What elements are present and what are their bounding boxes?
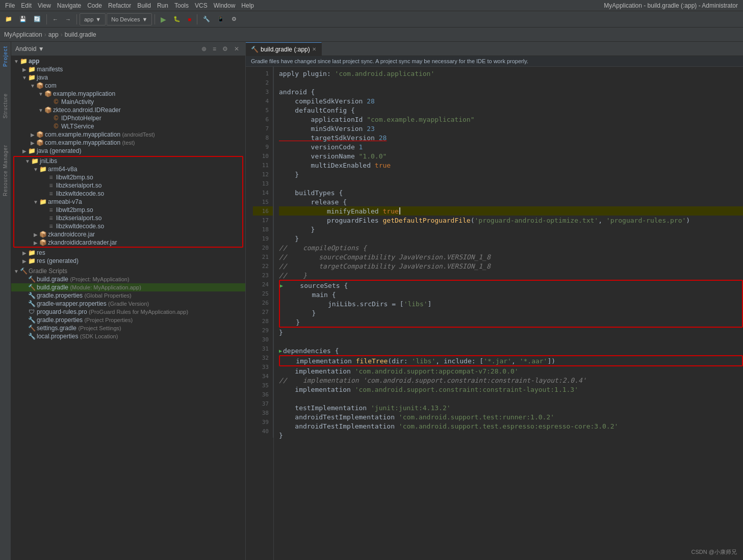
panel-close-btn[interactable]: ✕: [232, 44, 241, 54]
debug-btn[interactable]: 🐛: [170, 13, 184, 25]
menu-view[interactable]: View: [35, 2, 54, 9]
tab-close-btn[interactable]: ✕: [312, 46, 316, 52]
new-project-btn[interactable]: 📁: [2, 13, 15, 25]
tree-item-wltservice[interactable]: ▶ © WLTService: [11, 122, 245, 130]
menu-navigate[interactable]: Navigate: [54, 2, 84, 9]
structure-side-icon[interactable]: Structure: [2, 91, 9, 121]
menu-bar: File Edit View Navigate Code Refactor Bu…: [0, 0, 743, 11]
tab-label: build.gradle (:app): [261, 46, 310, 53]
breadcrumb-app[interactable]: app: [48, 31, 59, 38]
menu-run[interactable]: Run: [154, 2, 171, 9]
editor-area: 🔨 build.gradle (:app) ✕ Gradle files hav…: [246, 42, 743, 560]
run-btn[interactable]: ▶: [158, 13, 169, 25]
tree-item-manifests[interactable]: ▶ 📁 manifests: [11, 65, 245, 73]
code-line-29: }: [279, 328, 743, 337]
panel-android-dropdown[interactable]: Android ▼: [15, 45, 44, 52]
tree-item-libwlt2bmp-arm64[interactable]: ▶ ≡ libwlt2bmp.so: [14, 173, 242, 181]
tree-item-res-generated[interactable]: ▶ 📁 res (generated): [11, 257, 245, 265]
menu-tools[interactable]: Tools: [171, 2, 192, 9]
tree-item-arm64[interactable]: ▼ 📁 arm64-v8a: [14, 165, 242, 173]
tree-item-libzkwlt-arm64[interactable]: ▶ ≡ libzkwltdecode.so: [14, 190, 242, 198]
tree-item-zkandroidcore[interactable]: ▶ 📦 zkandroidcore.jar: [14, 230, 242, 238]
code-content[interactable]: apply plugin: 'com.android.application' …: [274, 67, 743, 560]
tab-build-gradle[interactable]: 🔨 build.gradle (:app) ✕: [246, 42, 322, 56]
tree-item-proguard[interactable]: ▶ 🛡 proguard-rules.pro (ProGuard Rules f…: [11, 308, 245, 316]
tree-item-build-gradle-module[interactable]: ▶ 🔨 build.gradle (Module: MyApplication.…: [11, 283, 245, 291]
tree-item-jnilibs[interactable]: ▼ 📁 jniLibs: [14, 157, 242, 165]
code-line-17: proguardFiles getDefaultProguardFile('pr…: [279, 216, 743, 225]
resource-manager-icon[interactable]: Resource Manager: [2, 143, 9, 198]
code-line-40: }: [279, 431, 743, 440]
main-layout: Project Structure Resource Manager Andro…: [0, 42, 743, 560]
project-side-icon[interactable]: Project: [2, 44, 9, 69]
tree-item-zkteco[interactable]: ▼ 📦 zkteco.android.IDReader: [11, 106, 245, 114]
app-label: app: [84, 16, 93, 22]
code-line-27: }: [280, 308, 742, 317]
tree-item-libzkwlt-armeabi[interactable]: ▶ ≡ libzkwltdecode.so: [14, 222, 242, 230]
menu-build[interactable]: Build: [134, 2, 154, 9]
gutter-area: 1 2 3 4 5 6 7 8 9 10 11 12 13 14: [246, 67, 274, 560]
breadcrumb: MyApplication › app › build.gradle: [0, 28, 743, 42]
back-btn[interactable]: ←: [49, 13, 61, 25]
tree-item-gradle-wrapper[interactable]: ▶ 🔧 gradle-wrapper.properties (Gradle Ve…: [11, 300, 245, 308]
menu-help[interactable]: Help: [238, 2, 257, 9]
code-line-32: implementation fileTree(dir: 'libs', inc…: [280, 356, 742, 365]
tree-item-armeabi[interactable]: ▼ 📁 armeabi-v7a: [14, 198, 242, 206]
code-line-38: androidTestImplementation 'com.android.s…: [279, 412, 743, 421]
tree-item-test[interactable]: ▶ 📦 com.example.myapplication (test): [11, 139, 245, 147]
tree-item-settings-gradle[interactable]: ▶ 🔨 settings.gradle (Project Settings): [11, 324, 245, 332]
tree-item-gradle-global[interactable]: ▶ 🔧 gradle.properties (Global Properties…: [11, 291, 245, 300]
menu-code[interactable]: Code: [84, 2, 105, 9]
code-line-33: implementation 'com.android.support:appc…: [279, 366, 743, 376]
menu-window[interactable]: Window: [211, 2, 239, 9]
notification-text: Gradle files have changed since last pro…: [251, 58, 528, 64]
breadcrumb-sep-2: ›: [61, 31, 63, 38]
code-line-30: [279, 337, 743, 346]
tree-item-zkandroididcard[interactable]: ▶ 📦 zkandroididcardreader.jar: [14, 238, 242, 247]
forward-btn[interactable]: →: [62, 13, 74, 25]
fold-gutter: [246, 67, 253, 438]
code-line-10: versionName "1.0.0": [279, 151, 743, 161]
sourcesets-red-box: ▶ sourceSets { main { jniLibs.srcDirs = …: [279, 280, 743, 328]
file-tree: ▼ 📁 app ▶ 📁 manifests ▼ 📁 java ▼: [11, 56, 245, 560]
tree-item-gradle-project-props[interactable]: ▶ 🔧 gradle.properties (Project Propertie…: [11, 316, 245, 324]
tree-item-idphotohelper[interactable]: ▶ © IDPhotoHelper: [11, 114, 245, 122]
breadcrumb-myapplication[interactable]: MyApplication: [4, 31, 42, 38]
panel-crosshair-btn[interactable]: ⊕: [199, 44, 209, 54]
tree-item-local-properties[interactable]: ▶ 🔧 local.properties (SDK Location): [11, 332, 245, 340]
panel-gear-btn[interactable]: ⚙: [220, 44, 230, 54]
tree-item-libwlt2bmp-armeabi[interactable]: ▶ ≡ libwlt2bmp.so: [14, 206, 242, 214]
no-devices-dropdown[interactable]: No Devices ▼: [107, 13, 152, 25]
stop-btn[interactable]: ■: [185, 13, 194, 25]
tree-item-java[interactable]: ▼ 📁 java: [11, 73, 245, 82]
tree-section-gradle: ▼ 🔨 Gradle Scripts: [11, 267, 245, 275]
menu-vcs[interactable]: VCS: [192, 2, 211, 9]
menu-refactor[interactable]: Refactor: [105, 2, 134, 9]
tree-item-com[interactable]: ▼ 📦 com: [11, 82, 245, 90]
breadcrumb-file[interactable]: build.gradle: [65, 31, 96, 38]
watermark: CSDN @小康师兄: [691, 548, 737, 556]
code-line-35: implementation 'com.android.support.cons…: [279, 385, 743, 394]
tree-item-app[interactable]: ▼ 📁 app: [11, 57, 245, 65]
gradle-sync-btn[interactable]: 🔧: [200, 13, 213, 25]
menu-file[interactable]: File: [2, 2, 18, 9]
editor-tabs: 🔨 build.gradle (:app) ✕: [246, 42, 743, 56]
no-devices-label: No Devices: [111, 16, 140, 22]
tree-item-libzkserial-armeabi[interactable]: ▶ ≡ libzkserialport.so: [14, 214, 242, 222]
code-line-25: main {: [280, 290, 742, 299]
tree-item-res[interactable]: ▶ 📁 res: [11, 249, 245, 257]
tree-item-androidtest[interactable]: ▶ 📦 com.example.myapplication (androidTe…: [11, 130, 245, 139]
code-editor[interactable]: 1 2 3 4 5 6 7 8 9 10 11 12 13 14: [246, 67, 743, 560]
menu-edit[interactable]: Edit: [18, 2, 35, 9]
tree-item-build-gradle-project[interactable]: ▶ 🔨 build.gradle (Project: MyApplication…: [11, 275, 245, 283]
app-dropdown[interactable]: app ▼: [80, 13, 106, 25]
tree-item-example[interactable]: ▼ 📦 example.myapplication: [11, 90, 245, 98]
tree-item-java-generated[interactable]: ▶ 📁 java (generated): [11, 147, 245, 155]
avd-btn[interactable]: 📱: [214, 13, 227, 25]
sdk-btn[interactable]: ⚙: [228, 13, 240, 25]
sync-btn[interactable]: 🔄: [31, 13, 44, 25]
tree-item-mainactivity[interactable]: ▶ © MainActivity: [11, 98, 245, 106]
panel-list-btn[interactable]: ≡: [211, 44, 218, 54]
save-btn[interactable]: 💾: [16, 13, 30, 25]
tree-item-libzkserial-arm64[interactable]: ▶ ≡ libzkserialport.so: [14, 181, 242, 190]
